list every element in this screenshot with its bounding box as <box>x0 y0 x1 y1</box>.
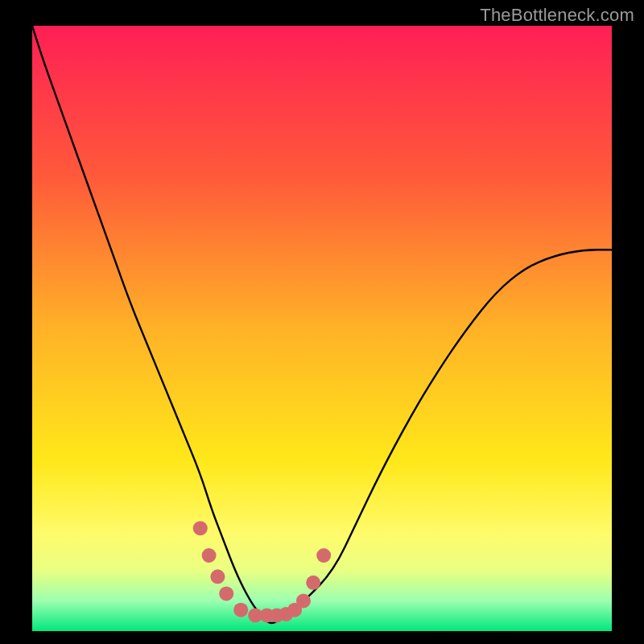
attribution-label: TheBottleneck.com <box>480 5 634 26</box>
highlight-point <box>296 593 311 608</box>
bottleneck-chart <box>32 26 612 631</box>
highlight-point <box>202 548 217 563</box>
plot-area <box>32 26 612 631</box>
highlight-point <box>210 569 225 584</box>
highlight-point <box>306 576 320 590</box>
highlight-point <box>316 548 331 563</box>
highlight-point <box>219 586 233 601</box>
gradient-background <box>32 26 612 631</box>
highlight-point <box>193 521 208 535</box>
chart-frame: TheBottleneck.com <box>0 0 644 644</box>
highlight-point <box>233 603 248 617</box>
